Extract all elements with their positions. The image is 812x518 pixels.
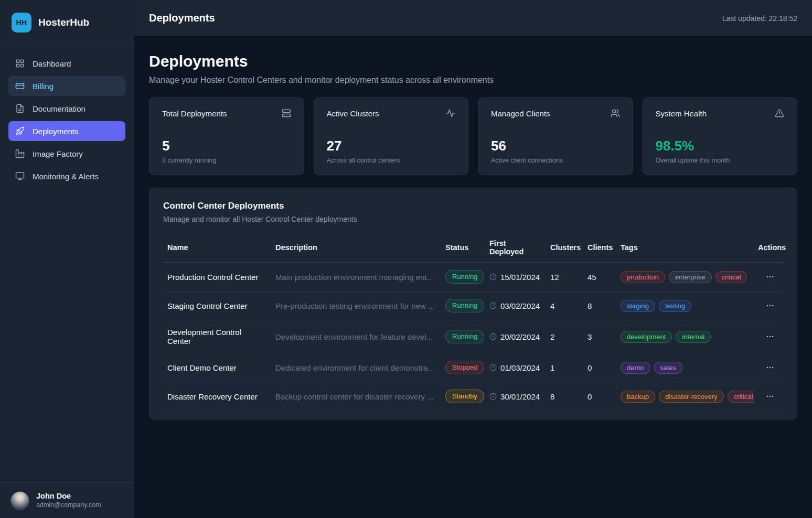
first-deployed-date: 30/01/2024 xyxy=(500,392,540,401)
deployment-description: Pre-production testing environment for n… xyxy=(271,293,441,319)
sidebar: HH HosterHub Dashboard Billing Documenta… xyxy=(0,0,134,518)
sidebar-item-dashboard[interactable]: Dashboard xyxy=(8,53,125,73)
first-deployed-date: 03/02/2024 xyxy=(500,301,540,310)
tags: stagingtesting xyxy=(616,293,754,319)
sidebar-item-label: Image Factory xyxy=(33,149,83,158)
stat-value: 98.5% xyxy=(656,138,785,154)
monitor-icon xyxy=(15,171,25,181)
sidebar-item-documentation[interactable]: Documentation xyxy=(8,99,125,118)
stat-title: System Health xyxy=(656,109,707,118)
ellipsis-icon xyxy=(765,363,775,372)
stat-value: 5 xyxy=(162,138,291,154)
table-row: Staging Control Center Pre-production te… xyxy=(163,292,783,320)
col-description: Description xyxy=(271,239,441,258)
sidebar-item-billing[interactable]: Billing xyxy=(8,76,125,96)
ellipsis-icon xyxy=(765,332,775,341)
clients-count: 0 xyxy=(583,355,616,381)
clients-count: 8 xyxy=(583,293,616,319)
page-subtitle: Manage your Hoster Control Centers and m… xyxy=(149,75,797,85)
hosterhub-logo-icon: HH xyxy=(12,13,31,33)
ellipsis-icon xyxy=(765,272,775,282)
stat-value: 27 xyxy=(327,138,456,154)
sidebar-item-deployments[interactable]: Deployments xyxy=(8,121,125,141)
page-title: Deployments xyxy=(149,52,797,70)
tag-badge: sales xyxy=(654,362,682,374)
avatar xyxy=(10,491,29,510)
deployment-description: Backup control center for disaster recov… xyxy=(271,384,441,409)
document-icon xyxy=(15,104,25,113)
clock-icon xyxy=(489,364,497,371)
col-clusters: Clusters xyxy=(546,239,583,258)
stat-card: Active Clusters 27 Across all control ce… xyxy=(314,98,469,175)
topbar: Deployments Last updated: 22:18:52 xyxy=(134,0,812,37)
tag-badge: enterprise xyxy=(669,271,712,283)
col-tags: Tags xyxy=(616,239,754,258)
col-status: Status xyxy=(441,239,485,258)
brand-name: HosterHub xyxy=(38,17,89,28)
status-badge: Running xyxy=(445,330,484,343)
deployments-table-card: Control Center Deployments Manage and mo… xyxy=(149,188,797,419)
stat-subtitle: Across all control centers xyxy=(327,157,456,164)
rocket-icon xyxy=(15,126,25,136)
credit-card-icon xyxy=(15,81,25,91)
stat-value: 56 xyxy=(491,138,620,154)
dashboard-grid-icon xyxy=(15,59,25,68)
users-icon xyxy=(611,109,620,118)
row-actions-button[interactable] xyxy=(761,361,779,374)
clock-icon xyxy=(489,273,497,280)
row-actions-button[interactable] xyxy=(761,390,779,403)
deployment-name: Client Demo Center xyxy=(163,355,271,381)
col-name: Name xyxy=(163,239,271,258)
sidebar-item-label: Monitoring & Alerts xyxy=(33,172,99,181)
first-deployed-date: 01/03/2024 xyxy=(500,363,540,372)
sidebar-item-label: Dashboard xyxy=(33,59,71,68)
tags: backupdisaster-recoverycritical xyxy=(616,383,754,410)
sidebar-item-label: Billing xyxy=(33,82,54,91)
stat-title: Managed Clients xyxy=(491,109,550,118)
tag-badge: critical xyxy=(728,391,754,403)
row-actions-button[interactable] xyxy=(761,299,779,312)
deployment-name: Production Control Center xyxy=(163,264,271,290)
sidebar-item-monitoring-alerts[interactable]: Monitoring & Alerts xyxy=(8,166,125,186)
topbar-title: Deployments xyxy=(149,12,215,24)
stat-title: Active Clusters xyxy=(327,109,379,118)
stat-subtitle: Active client connections xyxy=(491,157,620,164)
deployment-name: Staging Control Center xyxy=(163,293,271,319)
user-email: admin@company.com xyxy=(36,501,101,509)
deployment-name: Disaster Recovery Center xyxy=(163,384,271,409)
row-actions-button[interactable] xyxy=(761,270,779,284)
col-first-deployed: First Deployed xyxy=(485,235,546,262)
user-name: John Doe xyxy=(36,491,101,501)
server-icon xyxy=(282,109,291,118)
ellipsis-icon xyxy=(765,301,775,310)
user-profile[interactable]: John Doe admin@company.com xyxy=(0,482,134,518)
status-badge: Stopped xyxy=(445,361,484,374)
status-badge: Running xyxy=(445,299,484,312)
table-row: Production Control Center Main productio… xyxy=(163,263,783,292)
stat-card: System Health 98.5% Overall uptime this … xyxy=(643,98,798,175)
alert-triangle-icon xyxy=(775,109,784,118)
deployment-name: Development Control Center xyxy=(163,320,271,353)
tag-badge: backup xyxy=(621,391,655,403)
deployment-description: Development environment for feature deve… xyxy=(271,324,441,350)
brand: HH HosterHub xyxy=(0,0,134,45)
tag-badge: staging xyxy=(621,300,655,312)
tag-badge: internal xyxy=(676,331,711,343)
sidebar-item-image-factory[interactable]: Image Factory xyxy=(8,144,125,164)
clients-count: 45 xyxy=(583,264,616,290)
activity-icon xyxy=(446,109,455,118)
tag-badge: development xyxy=(621,331,672,343)
tag-badge: critical xyxy=(715,271,747,283)
clock-icon xyxy=(489,302,497,309)
deployment-description: Dedicated environment for client demonst… xyxy=(271,355,441,381)
clusters-count: 8 xyxy=(546,384,583,409)
row-actions-button[interactable] xyxy=(761,330,779,343)
tags: demosales xyxy=(616,354,754,381)
content: Deployments Manage your Hoster Control C… xyxy=(134,37,812,518)
stat-card: Managed Clients 56 Active client connect… xyxy=(478,98,633,175)
tag-badge: disaster-recovery xyxy=(659,391,724,403)
first-deployed-date: 20/02/2024 xyxy=(500,332,540,341)
deployment-description: Main production environment managing ent… xyxy=(271,264,441,290)
stat-cards: Total Deployments 5 3 currently running … xyxy=(149,98,797,175)
table-header-row: Name Description Status First Deployed C… xyxy=(163,235,783,263)
